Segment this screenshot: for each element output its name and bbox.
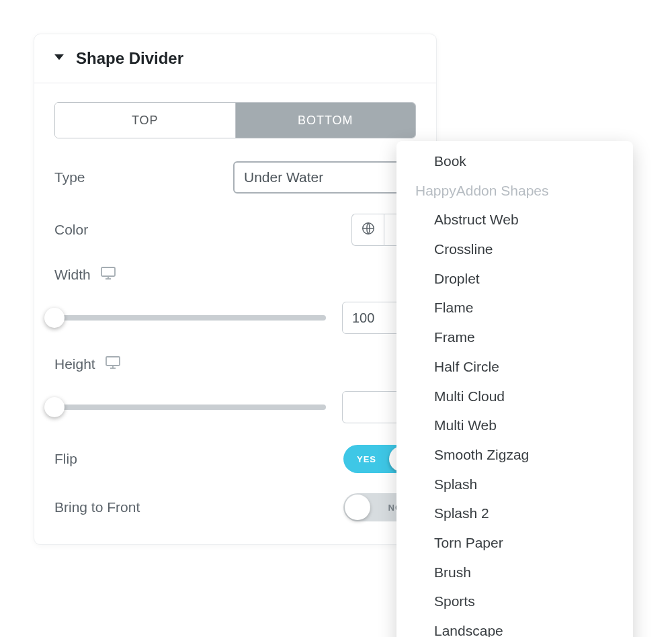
height-label: Height	[54, 355, 416, 372]
color-label: Color	[54, 222, 88, 238]
dropdown-option-label: Sports	[434, 593, 475, 609]
dropdown-option[interactable]: Splash 2	[396, 499, 633, 528]
dropdown-option-label: Brush	[434, 564, 471, 580]
panel-header[interactable]: Shape Divider	[34, 34, 436, 83]
panel-body: TOP BOTTOM Type Under Water Color	[34, 83, 436, 544]
width-slider[interactable]	[54, 315, 326, 321]
dropdown-option-label: Splash	[434, 476, 477, 492]
global-color-button[interactable]	[351, 214, 384, 246]
dropdown-option[interactable]: Multi Cloud	[396, 382, 633, 411]
dropdown-option-label: Torn Paper	[434, 535, 503, 550]
color-row: Color	[54, 214, 416, 246]
svg-rect-1	[101, 267, 115, 276]
height-slider-thumb[interactable]	[44, 397, 65, 417]
width-label: Width	[54, 266, 416, 283]
dropdown-option-label: Frame	[434, 329, 475, 345]
flip-toggle-label: YES	[357, 454, 376, 464]
type-dropdown: Book HappyAddon Shapes Abstruct WebCross…	[396, 141, 633, 637]
flip-row: Flip YES	[54, 445, 416, 473]
width-block: Width	[54, 266, 416, 334]
dropdown-option[interactable]: Landscape	[396, 616, 633, 637]
bring-front-label: Bring to Front	[54, 499, 140, 515]
type-label: Type	[54, 169, 85, 185]
dropdown-option[interactable]: Torn Paper	[396, 528, 633, 558]
dropdown-option-label: Book	[434, 153, 466, 169]
dropdown-option-label: Half Circle	[434, 359, 499, 374]
dropdown-option[interactable]: Brush	[396, 558, 633, 587]
dropdown-option[interactable]: Half Circle	[396, 352, 633, 382]
dropdown-option[interactable]: Smooth Zigzag	[396, 440, 633, 470]
shape-divider-panel: Shape Divider TOP BOTTOM Type Under Wate…	[34, 34, 437, 545]
height-label-text: Height	[54, 356, 95, 372]
dropdown-option-label: Crossline	[434, 241, 493, 257]
dropdown-option-label: Abstruct Web	[434, 212, 519, 227]
width-label-text: Width	[54, 267, 91, 283]
dropdown-option-label: Flame	[434, 300, 473, 315]
dropdown-option[interactable]: Sports	[396, 587, 633, 616]
height-slider[interactable]	[54, 405, 326, 410]
dropdown-option[interactable]: Frame	[396, 323, 633, 352]
bring-front-row: Bring to Front NO	[54, 493, 416, 521]
dropdown-option-label: Splash 2	[434, 505, 489, 521]
dropdown-option[interactable]: Droplet	[396, 264, 633, 294]
height-block: Height	[54, 355, 416, 423]
height-slider-row	[54, 391, 416, 423]
dropdown-option[interactable]: Splash	[396, 470, 633, 499]
dropdown-option-label: Multi Cloud	[434, 388, 505, 404]
tab-bottom[interactable]: BOTTOM	[236, 103, 416, 138]
width-slider-thumb[interactable]	[44, 308, 65, 328]
caret-down-icon	[54, 52, 64, 65]
dropdown-option[interactable]: Book	[396, 149, 633, 176]
globe-icon	[361, 221, 376, 239]
dropdown-group: HappyAddon Shapes	[396, 176, 633, 206]
dropdown-option[interactable]: Flame	[396, 293, 633, 323]
dropdown-option-label: Landscape	[434, 623, 503, 637]
dropdown-option[interactable]: Crossline	[396, 235, 633, 264]
panel-title: Shape Divider	[76, 49, 183, 68]
width-slider-row	[54, 302, 416, 334]
responsive-icon[interactable]	[100, 266, 116, 283]
dropdown-option-label: Droplet	[434, 271, 480, 286]
type-select[interactable]: Under Water	[233, 161, 416, 194]
dropdown-option-label: Multi Web	[434, 417, 497, 433]
dropdown-option[interactable]: Multi Web	[396, 411, 633, 440]
dropdown-option-label: Smooth Zigzag	[434, 447, 529, 462]
tab-top[interactable]: TOP	[55, 103, 236, 138]
svg-rect-2	[106, 357, 120, 366]
responsive-icon[interactable]	[105, 355, 121, 372]
type-row: Type Under Water	[54, 161, 416, 194]
dropdown-option[interactable]: Abstruct Web	[396, 205, 633, 235]
type-select-value: Under Water	[244, 169, 323, 185]
flip-label: Flip	[54, 451, 77, 467]
position-tabs: TOP BOTTOM	[54, 102, 416, 138]
toggle-knob	[345, 495, 370, 520]
